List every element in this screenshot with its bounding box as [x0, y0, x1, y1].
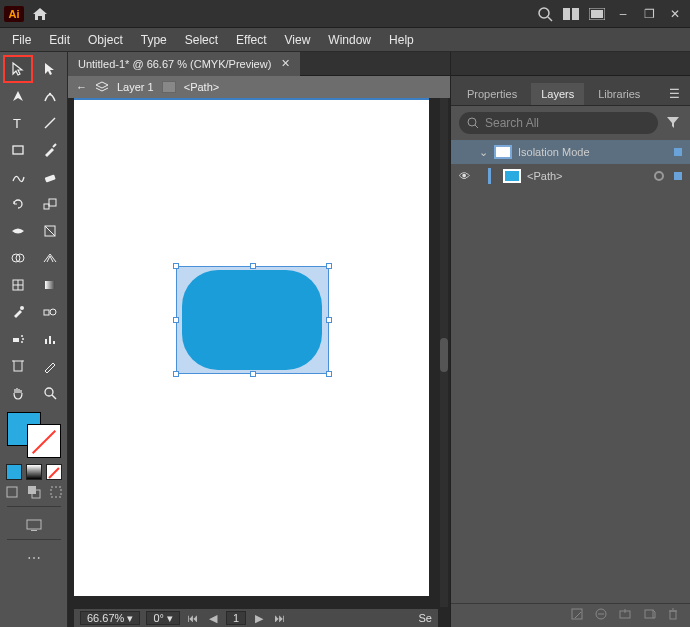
hand-tool[interactable]: [4, 380, 32, 406]
perspective-grid-tool[interactable]: [36, 245, 64, 271]
menu-type[interactable]: Type: [133, 31, 175, 49]
rotation-angle[interactable]: 0° ▾: [146, 611, 180, 625]
panel-menu-icon[interactable]: ☰: [665, 83, 684, 105]
blend-tool[interactable]: [36, 299, 64, 325]
nav-next-artboard[interactable]: ▶: [252, 611, 266, 625]
nav-first-artboard[interactable]: ⏮: [186, 611, 200, 625]
new-layer-icon[interactable]: [642, 607, 656, 624]
handle-left-mid[interactable]: [173, 317, 179, 323]
menu-help[interactable]: Help: [381, 31, 422, 49]
selection-indicator[interactable]: [674, 148, 682, 156]
layers-search[interactable]: Search All: [459, 112, 658, 134]
draw-behind-icon[interactable]: [26, 484, 42, 500]
rotate-tool[interactable]: [4, 191, 32, 217]
handle-right-mid[interactable]: [326, 317, 332, 323]
isolation-breadcrumb[interactable]: ← Layer 1 <Path>: [68, 76, 450, 98]
locate-object-icon[interactable]: [570, 607, 584, 624]
menu-select[interactable]: Select: [177, 31, 226, 49]
menu-effect[interactable]: Effect: [228, 31, 274, 49]
breadcrumb-layer[interactable]: Layer 1: [117, 81, 154, 93]
mesh-tool[interactable]: [4, 272, 32, 298]
direct-selection-tool[interactable]: [36, 56, 64, 82]
document-tab[interactable]: Untitled-1* @ 66.67 % (CMYK/Preview) ✕: [68, 52, 300, 76]
search-icon[interactable]: [534, 3, 556, 25]
handle-bottom-right[interactable]: [326, 371, 332, 377]
zoom-tool[interactable]: [36, 380, 64, 406]
scrollbar-thumb[interactable]: [440, 338, 448, 372]
tab-layers[interactable]: Layers: [531, 83, 584, 105]
pen-tool[interactable]: [4, 83, 32, 109]
zoom-level[interactable]: 66.67% ▾: [80, 611, 140, 625]
menu-file[interactable]: File: [4, 31, 39, 49]
free-transform-tool[interactable]: [36, 218, 64, 244]
color-none[interactable]: [46, 464, 62, 480]
eraser-tool[interactable]: [36, 164, 64, 190]
exit-isolation-icon[interactable]: ←: [76, 81, 87, 93]
draw-inside-icon[interactable]: [48, 484, 64, 500]
shape-builder-tool[interactable]: [4, 245, 32, 271]
scale-tool[interactable]: [36, 191, 64, 217]
type-tool[interactable]: T: [4, 110, 32, 136]
handle-bottom-left[interactable]: [173, 371, 179, 377]
handle-top-right[interactable]: [326, 263, 332, 269]
home-icon[interactable]: [32, 7, 48, 21]
vertical-scrollbar[interactable]: [440, 98, 448, 607]
edit-toolbar-icon[interactable]: ⋯: [26, 550, 42, 566]
close-window-button[interactable]: ✕: [664, 3, 686, 25]
new-sublayer-icon[interactable]: [618, 607, 632, 624]
handle-bottom-mid[interactable]: [250, 371, 256, 377]
slice-tool[interactable]: [36, 353, 64, 379]
tab-libraries[interactable]: Libraries: [588, 83, 650, 105]
chevron-down-icon[interactable]: ⌄: [479, 146, 488, 159]
line-segment-tool[interactable]: [36, 110, 64, 136]
layer-name-path[interactable]: <Path>: [527, 170, 562, 182]
delete-layer-icon[interactable]: [666, 607, 680, 624]
make-clipping-mask-icon[interactable]: [594, 607, 608, 624]
menu-object[interactable]: Object: [80, 31, 131, 49]
curvature-tool[interactable]: [36, 83, 64, 109]
layer-row-path[interactable]: 👁 <Path>: [451, 164, 690, 188]
tab-properties[interactable]: Properties: [457, 83, 527, 105]
selection-tool[interactable]: [4, 56, 32, 82]
arrange-documents-icon[interactable]: [560, 3, 582, 25]
selection-bounding-box[interactable]: [176, 266, 329, 374]
fill-stroke-swatches[interactable]: [5, 412, 63, 462]
handle-top-mid[interactable]: [250, 263, 256, 269]
color-mode-row: [6, 464, 62, 480]
symbol-sprayer-tool[interactable]: [4, 326, 32, 352]
restore-button[interactable]: ❐: [638, 3, 660, 25]
paintbrush-tool[interactable]: [36, 137, 64, 163]
column-graph-tool[interactable]: [36, 326, 64, 352]
menu-view[interactable]: View: [277, 31, 319, 49]
width-tool[interactable]: [4, 218, 32, 244]
handle-top-left[interactable]: [173, 263, 179, 269]
draw-normal-icon[interactable]: [4, 484, 20, 500]
artboard[interactable]: [74, 98, 429, 596]
rectangle-tool[interactable]: [4, 137, 32, 163]
filter-icon[interactable]: [664, 113, 682, 134]
rounded-rectangle-shape[interactable]: [182, 270, 322, 370]
target-icon[interactable]: [654, 171, 664, 181]
minimize-button[interactable]: –: [612, 3, 634, 25]
workspace-switcher-icon[interactable]: [586, 3, 608, 25]
color-gradient[interactable]: [26, 464, 42, 480]
layer-name-isolation[interactable]: Isolation Mode: [518, 146, 590, 158]
eyedropper-tool[interactable]: [4, 299, 32, 325]
screen-mode-icon[interactable]: [26, 517, 42, 533]
nav-last-artboard[interactable]: ⏭: [272, 611, 286, 625]
menu-window[interactable]: Window: [320, 31, 379, 49]
visibility-icon[interactable]: 👁: [459, 170, 470, 182]
canvas[interactable]: [74, 98, 438, 607]
menu-edit[interactable]: Edit: [41, 31, 78, 49]
color-solid[interactable]: [6, 464, 22, 480]
gradient-tool[interactable]: [36, 272, 64, 298]
close-tab-button[interactable]: ✕: [281, 57, 290, 70]
layer-row-isolation[interactable]: ⌄ Isolation Mode: [451, 140, 690, 164]
nav-prev-artboard[interactable]: ◀: [206, 611, 220, 625]
artboard-tool[interactable]: [4, 353, 32, 379]
artboard-index[interactable]: 1: [226, 611, 246, 625]
selection-indicator[interactable]: [674, 172, 682, 180]
shaper-tool[interactable]: [4, 164, 32, 190]
breadcrumb-path[interactable]: <Path>: [184, 81, 219, 93]
stroke-swatch[interactable]: [27, 424, 61, 458]
